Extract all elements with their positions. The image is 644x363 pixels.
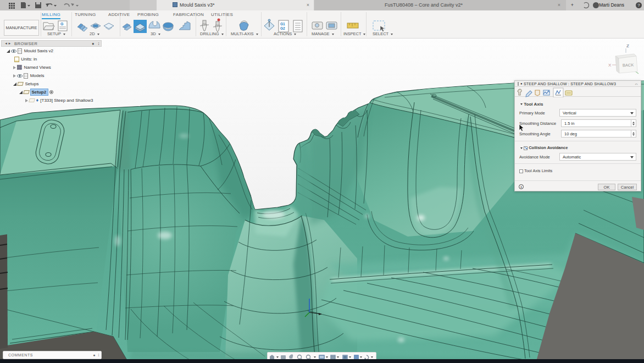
svg-text:G1: G1 [280, 22, 285, 26]
svg-text:G2: G2 [280, 26, 285, 30]
svg-text:G: G [60, 22, 64, 26]
svg-text:BACK: BACK [623, 63, 634, 68]
svg-text:Z: Z [626, 43, 629, 48]
svg-text:X: X [608, 63, 612, 68]
